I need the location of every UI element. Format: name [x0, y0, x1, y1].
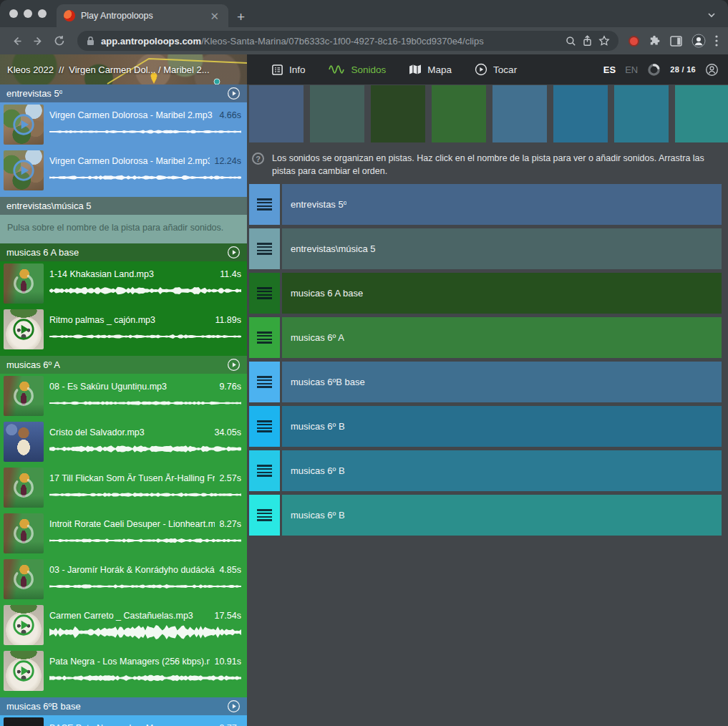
clip-thumbnail[interactable]: [4, 105, 44, 145]
clip-row[interactable]: 03 - Jaromír Horák & Konrádyho dudácká .…: [0, 557, 247, 601]
breadcrumb[interactable]: Kleos 2022//Virgen Carmen Dol... / Marib…: [7, 64, 243, 75]
track-bar[interactable]: musicas 6º B: [282, 450, 722, 491]
clip-thumbnail[interactable]: [4, 263, 44, 304]
play-clip-icon[interactable]: [11, 158, 36, 183]
nav-tab-info[interactable]: Info: [260, 54, 317, 84]
clip-thumbnail[interactable]: [4, 717, 44, 726]
play-clip-icon[interactable]: [11, 317, 36, 342]
play-clip-icon[interactable]: [11, 613, 36, 637]
clip-row[interactable]: Carmen Carreto _ Castañuelas.mp3 17.54s: [0, 603, 247, 647]
clip-thumbnail[interactable]: [4, 422, 44, 462]
track-bar[interactable]: entrevistas 5º: [282, 184, 722, 225]
track-section-header[interactable]: musicas 6 A base: [0, 243, 247, 261]
clip-row[interactable]: 1-14 Khakasian Land.mp3 11.4s: [0, 261, 247, 306]
url-bar[interactable]: app.antropoloops.com/Kleos-Santa-Marina/…: [77, 31, 618, 51]
reload-button[interactable]: [50, 32, 69, 50]
close-window-button[interactable]: [9, 9, 18, 18]
clip-row[interactable]: BASE Pata Negra - Los Managers 3.77s: [0, 715, 247, 726]
track-section-header[interactable]: entrevistas 5º: [0, 84, 247, 102]
track-section: musicas 6 A base 1-14 Khakasian Land.mp3…: [0, 243, 247, 356]
lang-en-button[interactable]: EN: [625, 64, 638, 75]
forward-button[interactable]: [29, 32, 47, 50]
track-drag-handle[interactable]: [249, 273, 280, 314]
track-section: entrevistas 5º Virgen Carmen Dolorosa - …: [0, 84, 247, 197]
track-drag-handle[interactable]: [249, 450, 280, 491]
clip-row[interactable]: Virgen Carmen Dolorosa - Maribel 2.mp3 4…: [0, 102, 247, 147]
clip-thumbnail[interactable]: [4, 309, 44, 349]
track-bar[interactable]: musicas 6 A base: [282, 273, 722, 314]
clip-thumbnail[interactable]: [4, 605, 44, 645]
clip-thumbnail[interactable]: [4, 559, 44, 599]
track-row[interactable]: musicas 6º B: [249, 450, 722, 491]
tab-close-icon[interactable]: ✕: [208, 9, 221, 23]
play-track-icon[interactable]: [227, 246, 241, 259]
track-color-swatch: [432, 85, 486, 142]
share-icon[interactable]: [582, 35, 593, 47]
play-clip-icon[interactable]: [11, 112, 36, 137]
clip-title: Virgen Carmen Dolorosa - Maribel 2.mp3: [49, 156, 210, 166]
clip-thumbnail[interactable]: [4, 651, 44, 691]
track-bar[interactable]: musicas 6ºB base: [282, 362, 722, 402]
profile-avatar-icon[interactable]: [691, 34, 706, 48]
clip-row[interactable]: Cristo del Salvador.mp3 34.05s: [0, 420, 247, 464]
clip-thumbnail[interactable]: [4, 513, 44, 553]
new-tab-button[interactable]: +: [237, 10, 245, 24]
clip-row[interactable]: 17 Till Flickan Som Är Tusen År-Halling …: [0, 465, 247, 510]
track-row[interactable]: musicas 6ºB base: [249, 362, 722, 402]
track-row[interactable]: musicas 6º B: [249, 495, 722, 536]
bookmark-star-icon[interactable]: [598, 35, 610, 47]
record-extension-icon[interactable]: [628, 36, 639, 47]
clip-row[interactable]: 08 - Es Sakūru Uguntiņu.mp3 9.76s: [0, 374, 247, 418]
back-button[interactable]: [7, 32, 26, 50]
nav-tab-tocar[interactable]: Tocar: [463, 54, 528, 84]
clip-row[interactable]: Virgen Carmen Dolorosa - Maribel 2.mp3 1…: [0, 148, 247, 193]
track-drag-handle[interactable]: [249, 362, 280, 402]
track-drag-handle[interactable]: [249, 406, 280, 447]
track-drag-handle[interactable]: [249, 228, 280, 269]
play-track-icon[interactable]: [227, 87, 241, 100]
extensions-puzzle-icon[interactable]: [649, 35, 661, 47]
track-drag-handle[interactable]: [249, 495, 280, 536]
zoom-page-icon[interactable]: [566, 36, 576, 47]
track-drag-handle[interactable]: [249, 184, 280, 225]
traffic-lights: [0, 0, 57, 27]
lang-es-button[interactable]: ES: [603, 64, 616, 75]
clip-row[interactable]: Pata Negra - Los Managers (256 kbps).mp3…: [0, 649, 247, 693]
chevron-down-icon[interactable]: [707, 10, 717, 20]
breadcrumb-project[interactable]: Kleos 2022: [7, 64, 54, 75]
nav-tab-label: Tocar: [493, 64, 517, 75]
maximize-window-button[interactable]: [38, 9, 47, 18]
track-section-header[interactable]: musicas 6ºB base: [0, 697, 247, 715]
side-panel-icon[interactable]: [670, 36, 682, 47]
clip-thumbnail[interactable]: [4, 376, 44, 416]
clip-thumbnail[interactable]: [4, 468, 44, 508]
map-preview-image[interactable]: Kleos 2022//Virgen Carmen Dol... / Marib…: [0, 54, 247, 84]
track-row[interactable]: entrevistas\música 5: [249, 228, 722, 269]
play-track-icon[interactable]: [227, 358, 241, 372]
nav-tab-mapa[interactable]: Mapa: [397, 54, 463, 84]
track-bar[interactable]: musicas 6º B: [282, 406, 722, 447]
track-bar[interactable]: entrevistas\música 5: [282, 228, 722, 269]
play-clip-icon[interactable]: [11, 659, 36, 683]
track-row[interactable]: musicas 6º B: [249, 406, 722, 447]
track-row[interactable]: musicas 6 A base: [249, 273, 722, 314]
browser-tab[interactable]: Play Antropoloops ✕: [57, 4, 228, 27]
track-section-header[interactable]: entrevistas\música 5: [0, 197, 247, 215]
nav-tab-sonidos[interactable]: Sonidos: [317, 54, 398, 84]
clip-row[interactable]: Ritmo palmas _ cajón.mp3 11.89s: [0, 307, 247, 352]
track-row[interactable]: entrevistas 5º: [249, 184, 722, 225]
clip-waveform: [49, 533, 241, 548]
track-bar[interactable]: musicas 6º B: [282, 495, 722, 536]
play-track-icon[interactable]: [227, 700, 241, 713]
minimize-window-button[interactable]: [24, 9, 32, 18]
track-drag-handle[interactable]: [249, 317, 280, 358]
account-icon[interactable]: [705, 63, 719, 77]
clip-waveform: [49, 624, 241, 640]
track-row[interactable]: musicas 6º A: [249, 317, 722, 358]
clip-row[interactable]: Introit Rorate Caeli Desuper - Lionheart…: [0, 511, 247, 556]
clip-thumbnail[interactable]: [4, 150, 44, 190]
track-bar[interactable]: musicas 6º A: [282, 317, 722, 358]
track-section-header[interactable]: musicas 6º A: [0, 356, 247, 374]
clip-list: 1-14 Khakasian Land.mp3 11.4s Ritmo palm…: [0, 261, 247, 352]
menu-dots-icon[interactable]: [715, 35, 718, 47]
